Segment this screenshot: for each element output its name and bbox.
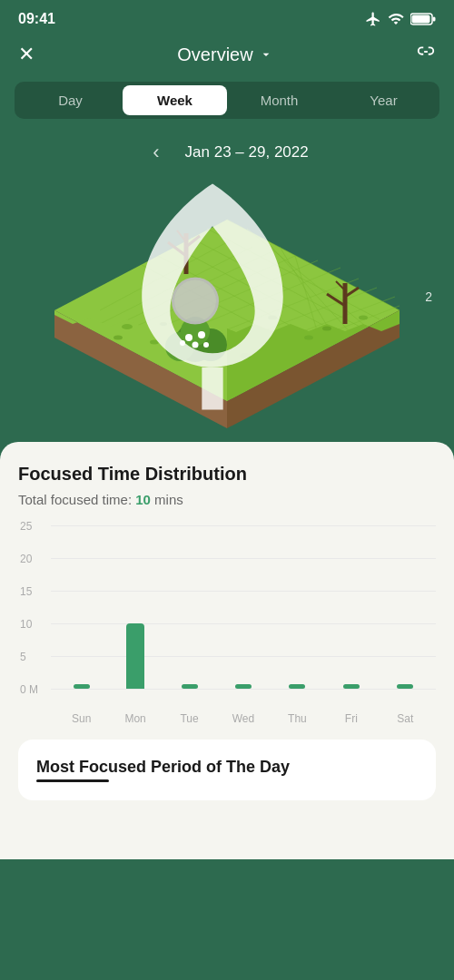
chevron-down-icon [259, 47, 273, 62]
tab-week[interactable]: Week [123, 85, 227, 115]
close-button[interactable]: ✕ [18, 43, 35, 66]
bar-wed [216, 684, 270, 689]
svg-rect-2 [433, 17, 436, 22]
date-navigation: ‹ Jan 23 – 29, 2022 [0, 133, 454, 179]
tab-month[interactable]: Month [227, 85, 331, 115]
date-range-label: Jan 23 – 29, 2022 [185, 143, 309, 162]
x-labels: Sun Mon Tue Wed Thu Fri Sat [51, 712, 436, 725]
plant-counter-2: 2 [4, 179, 432, 424]
bar-sat [379, 684, 432, 689]
bar-tue [163, 684, 216, 689]
bar-chart: 25 20 15 10 5 0 [18, 525, 436, 725]
most-focused-title: Most Focused Period of The Day [36, 758, 418, 777]
tab-bar: Day Week Month Year [15, 82, 439, 119]
plant-count-2: 2 [425, 289, 432, 304]
battery-icon [410, 12, 436, 26]
plant-counters: 1 2 [0, 179, 432, 424]
wifi-icon [387, 11, 405, 27]
share-icon [416, 42, 436, 62]
tab-day[interactable]: Day [18, 85, 123, 115]
plant-icon-2 [4, 179, 421, 424]
bar-thu [271, 684, 324, 689]
status-time: 09:41 [18, 11, 55, 27]
tab-year[interactable]: Year [331, 85, 436, 115]
x-label-sat: Sat [379, 712, 432, 725]
prev-date-button[interactable]: ‹ [145, 137, 166, 168]
x-label-wed: Wed [216, 712, 270, 725]
airplane-icon [365, 11, 381, 27]
card-area: Focused Time Distribution Total focused … [0, 442, 454, 859]
status-bar: 09:41 [0, 0, 454, 34]
forest-scene: 1 2 [0, 179, 454, 442]
bar-sun [54, 684, 108, 689]
bars-area [51, 525, 436, 689]
focused-time-title: Focused Time Distribution [18, 464, 436, 485]
bar-mon [108, 623, 162, 689]
total-time-row: Total focused time: 10 mins [18, 492, 436, 507]
x-label-tue: Tue [163, 712, 216, 725]
svg-rect-1 [412, 15, 430, 24]
focused-time-card: Focused Time Distribution Total focused … [18, 464, 436, 725]
x-label-sun: Sun [54, 712, 108, 725]
total-time-value: 10 [135, 492, 151, 507]
x-label-mon: Mon [108, 712, 162, 725]
most-focused-card: Most Focused Period of The Day [18, 740, 436, 800]
bar-fri [324, 684, 378, 689]
header-title: Overview [177, 44, 272, 65]
share-button[interactable] [416, 42, 436, 67]
title-underline [36, 779, 109, 782]
x-label-thu: Thu [271, 712, 324, 725]
grid-line-0: 0 M [51, 689, 436, 690]
status-icons [365, 11, 436, 27]
header: ✕ Overview [0, 34, 454, 82]
x-label-fri: Fri [324, 712, 378, 725]
